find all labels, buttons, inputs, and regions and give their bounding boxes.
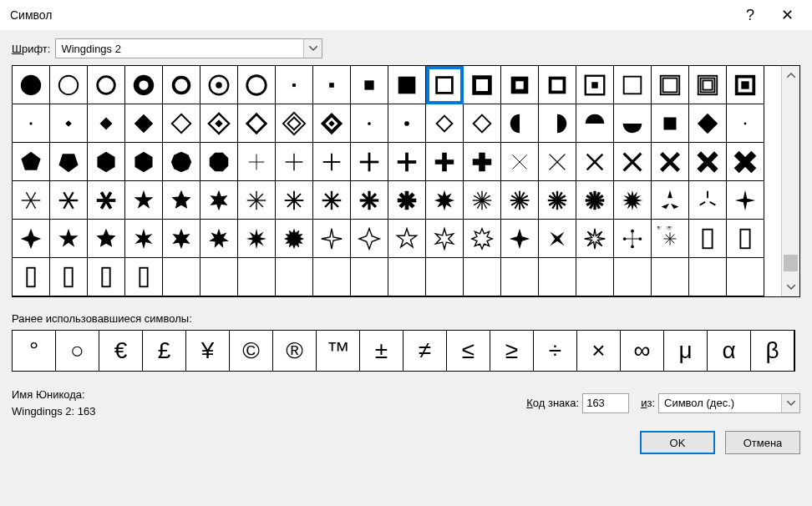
symbol-cell[interactable]	[200, 104, 238, 143]
symbol-cell[interactable]	[539, 66, 576, 104]
symbol-cell[interactable]	[689, 181, 727, 220]
symbol-cell[interactable]: th="30" height="30">th="30" height="30">…	[652, 220, 689, 258]
symbol-cell[interactable]	[501, 143, 539, 181]
symbol-cell[interactable]	[501, 181, 539, 220]
symbol-cell[interactable]	[388, 220, 426, 258]
symbol-cell[interactable]	[13, 104, 50, 143]
symbol-cell[interactable]	[50, 181, 88, 220]
symbol-cell[interactable]	[539, 143, 576, 181]
symbol-cell[interactable]	[88, 181, 125, 220]
symbol-cell[interactable]	[276, 66, 313, 104]
symbol-cell[interactable]	[200, 220, 238, 258]
symbol-cell[interactable]	[539, 258, 576, 296]
recent-symbol-cell[interactable]: ®	[273, 331, 317, 371]
symbol-cell[interactable]	[614, 143, 652, 181]
symbol-cell[interactable]	[689, 258, 727, 296]
symbol-cell[interactable]	[727, 220, 764, 258]
recent-symbol-cell[interactable]: ÷	[534, 331, 577, 371]
symbol-cell[interactable]	[13, 258, 50, 296]
symbol-cell[interactable]	[238, 220, 276, 258]
symbol-cell[interactable]	[238, 66, 276, 104]
symbol-cell[interactable]	[464, 104, 501, 143]
symbol-cell[interactable]	[50, 104, 88, 143]
recent-symbol-cell[interactable]: ™	[317, 331, 360, 371]
symbol-cell[interactable]	[13, 143, 50, 181]
symbol-cell[interactable]	[313, 258, 351, 296]
symbol-cell[interactable]	[163, 104, 200, 143]
help-button[interactable]: ?	[732, 2, 769, 28]
recent-symbol-cell[interactable]: °	[13, 331, 56, 371]
symbol-cell[interactable]	[313, 104, 351, 143]
symbol-cell[interactable]	[313, 181, 351, 220]
scroll-down-icon[interactable]	[782, 278, 799, 296]
symbol-cell[interactable]	[426, 220, 464, 258]
symbol-cell[interactable]	[464, 66, 501, 104]
symbol-cell[interactable]	[13, 181, 50, 220]
symbol-cell[interactable]	[351, 66, 388, 104]
recent-symbol-cell[interactable]: ×	[577, 331, 621, 371]
symbol-cell[interactable]	[464, 258, 501, 296]
symbol-cell[interactable]	[88, 143, 125, 181]
symbol-cell[interactable]	[727, 181, 764, 220]
symbol-cell[interactable]	[50, 66, 88, 104]
close-button[interactable]: ✕	[769, 2, 805, 28]
chevron-down-icon[interactable]	[303, 39, 322, 58]
symbol-cell[interactable]	[614, 104, 652, 143]
symbol-cell[interactable]	[652, 181, 689, 220]
symbol-cell[interactable]	[426, 104, 464, 143]
recent-symbol-cell[interactable]: ≠	[403, 331, 447, 371]
symbol-cell[interactable]	[351, 104, 388, 143]
symbol-cell[interactable]	[689, 220, 727, 258]
symbol-cell[interactable]	[276, 258, 313, 296]
symbol-cell[interactable]	[125, 181, 163, 220]
symbol-cell[interactable]	[652, 143, 689, 181]
font-combo[interactable]: Wingdings 2	[55, 38, 322, 58]
symbol-cell[interactable]	[388, 104, 426, 143]
symbol-cell[interactable]	[163, 220, 200, 258]
symbol-cell[interactable]	[200, 66, 238, 104]
symbol-cell[interactable]	[614, 181, 652, 220]
symbol-cell[interactable]	[351, 258, 388, 296]
symbol-cell[interactable]	[351, 220, 388, 258]
symbol-cell[interactable]	[727, 258, 764, 296]
symbol-cell[interactable]	[276, 143, 313, 181]
symbol-cell[interactable]	[614, 258, 652, 296]
symbol-cell[interactable]	[125, 220, 163, 258]
symbol-cell[interactable]	[539, 104, 576, 143]
symbol-cell[interactable]	[50, 143, 88, 181]
symbol-cell[interactable]	[163, 258, 200, 296]
symbol-cell[interactable]	[13, 66, 50, 104]
recent-symbol-cell[interactable]: ∞	[621, 331, 664, 371]
symbol-cell[interactable]	[501, 220, 539, 258]
recent-symbol-cell[interactable]: ≥	[490, 331, 534, 371]
symbol-cell[interactable]	[276, 181, 313, 220]
symbol-cell[interactable]	[576, 258, 614, 296]
symbol-cell[interactable]	[464, 220, 501, 258]
symbol-cell[interactable]	[125, 66, 163, 104]
symbol-cell[interactable]	[351, 181, 388, 220]
symbol-cell[interactable]	[652, 104, 689, 143]
symbol-cell[interactable]	[388, 66, 426, 104]
symbol-cell[interactable]	[576, 104, 614, 143]
symbol-cell[interactable]	[163, 66, 200, 104]
symbol-cell[interactable]	[576, 66, 614, 104]
symbol-cell[interactable]	[238, 143, 276, 181]
symbol-cell[interactable]	[426, 258, 464, 296]
recent-symbol-cell[interactable]: €	[99, 331, 143, 371]
symbol-cell[interactable]	[13, 220, 50, 258]
symbol-cell[interactable]	[125, 143, 163, 181]
symbol-cell[interactable]	[88, 258, 125, 296]
symbol-cell[interactable]	[539, 181, 576, 220]
recent-symbol-cell[interactable]: ○	[56, 331, 99, 371]
symbol-cell[interactable]	[351, 143, 388, 181]
symbol-cell[interactable]	[200, 258, 238, 296]
ok-button[interactable]: OK	[640, 431, 715, 454]
symbol-cell[interactable]	[88, 104, 125, 143]
symbol-cell[interactable]	[614, 66, 652, 104]
symbol-cell[interactable]	[238, 258, 276, 296]
symbol-cell[interactable]	[689, 66, 727, 104]
symbol-cell[interactable]	[388, 258, 426, 296]
recent-symbol-cell[interactable]: ±	[360, 331, 403, 371]
symbol-cell[interactable]	[501, 66, 539, 104]
symbol-cell[interactable]	[50, 220, 88, 258]
